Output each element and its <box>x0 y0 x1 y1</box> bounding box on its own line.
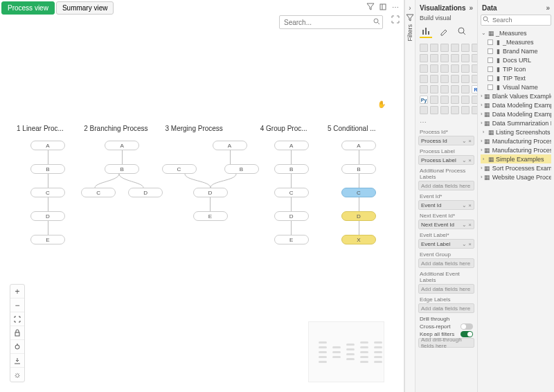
process-node[interactable]: B <box>105 164 139 174</box>
analytics-button[interactable] <box>456 26 468 38</box>
table-row[interactable]: ›▦Data Modeling Example - Events <box>481 100 551 109</box>
chevron-down-icon[interactable]: ⌄ <box>462 202 467 208</box>
data-search-input[interactable] <box>481 15 551 26</box>
checkbox[interactable] <box>488 84 493 90</box>
more-visuals-icon[interactable]: ⋯ <box>418 116 474 127</box>
checkbox[interactable] <box>488 57 493 63</box>
viz-type-icon[interactable] <box>461 75 470 83</box>
field-row[interactable]: ▮TIP Icon <box>481 64 551 73</box>
viz-type-icon[interactable] <box>472 54 478 62</box>
process-node[interactable]: C <box>30 188 65 197</box>
fit-button[interactable] <box>10 312 24 326</box>
zoom-out-button[interactable]: − <box>10 299 24 312</box>
viz-type-icon[interactable] <box>451 54 459 62</box>
viz-type-icon[interactable] <box>430 85 438 93</box>
process-node[interactable]: C <box>274 188 309 197</box>
chevron-right-icon[interactable]: › <box>481 129 486 135</box>
keep-filters-toggle[interactable] <box>461 331 473 337</box>
viz-type-icon[interactable] <box>440 54 449 62</box>
field-well-addl-process-labels[interactable]: Add data fields here <box>418 181 474 190</box>
field-well-edge-labels[interactable]: Add data fields here <box>418 303 474 313</box>
viz-type-icon[interactable] <box>461 64 470 73</box>
chevron-right-icon[interactable]: › <box>481 165 483 171</box>
process-node[interactable]: D <box>193 188 228 197</box>
viz-type-icon[interactable] <box>461 44 470 52</box>
build-visual-button[interactable] <box>420 26 432 38</box>
field-well-process-id[interactable]: Process Id⌄× <box>418 136 474 145</box>
chevron-right-icon[interactable]: › <box>481 174 483 180</box>
report-canvas[interactable]: Process view Summary view ⋯ ✋ 1 Linear P… <box>0 0 404 392</box>
search-input[interactable] <box>279 15 383 29</box>
chevron-down-icon[interactable]: ⌄ <box>462 241 467 247</box>
field-well-event-label[interactable]: Event Label⌄× <box>418 239 474 249</box>
process-node[interactable]: D <box>30 211 65 221</box>
field-well-process-label[interactable]: Process Label⌄× <box>418 155 474 165</box>
viz-type-icon[interactable] <box>451 106 459 114</box>
viz-type-icon[interactable] <box>461 54 470 62</box>
checkbox[interactable] <box>488 75 493 81</box>
table-row[interactable]: ›▦Sort Processes Example <box>481 163 551 172</box>
field-well-event-id[interactable]: Event Id⌄× <box>418 200 474 210</box>
viz-type-icon[interactable] <box>472 75 478 83</box>
process-node[interactable]: C <box>162 164 197 174</box>
process-node[interactable]: D <box>128 188 163 197</box>
field-row[interactable]: ▮Visual Name <box>481 82 551 91</box>
viz-type-icon[interactable] <box>451 44 459 52</box>
viz-type-icon[interactable] <box>440 64 449 73</box>
reset-button[interactable] <box>10 340 24 354</box>
minimap[interactable] <box>308 321 384 382</box>
chevron-right-icon[interactable]: › <box>481 102 483 108</box>
format-visual-button[interactable] <box>438 26 450 38</box>
process-node[interactable]: D <box>341 211 376 221</box>
chevron-right-icon[interactable]: › <box>481 120 483 126</box>
viz-type-r-icon[interactable]: R <box>472 85 478 93</box>
filters-pane-collapsed[interactable]: › Filters <box>404 0 416 392</box>
more-options-icon[interactable]: ⋯ <box>391 3 400 11</box>
focus-mode-icon[interactable] <box>379 3 387 11</box>
checkbox[interactable] <box>488 48 493 54</box>
chevron-right-icon[interactable]: › <box>481 147 483 153</box>
table-row[interactable]: ›▦Data Modeling Example - Proces... <box>481 109 551 118</box>
viz-type-icon[interactable] <box>420 44 428 52</box>
checkbox[interactable] <box>488 39 493 45</box>
viz-type-icon[interactable] <box>440 44 449 52</box>
chevron-right-icon[interactable]: › <box>481 156 486 162</box>
viz-type-icon[interactable] <box>461 96 470 104</box>
viz-type-icon[interactable] <box>472 44 478 52</box>
process-node[interactable]: C <box>341 188 376 197</box>
table-row[interactable]: ›▦Listing Screenshots <box>481 127 551 136</box>
remove-icon[interactable]: × <box>468 241 472 247</box>
cross-report-toggle[interactable] <box>461 323 473 330</box>
field-row[interactable]: ▮Docs URL <box>481 55 551 64</box>
field-well-event-group[interactable]: Add data fields here <box>418 258 474 268</box>
viz-type-icon[interactable] <box>451 96 459 104</box>
viz-type-icon[interactable] <box>451 64 459 73</box>
chevron-down-icon[interactable]: ⌄ <box>481 30 486 36</box>
viz-type-icon[interactable] <box>420 64 428 73</box>
zoom-in-button[interactable]: + <box>10 285 24 299</box>
viz-type-icon[interactable] <box>440 106 449 114</box>
process-node[interactable]: E <box>30 235 65 244</box>
process-node[interactable]: B <box>30 164 65 174</box>
process-node[interactable]: B <box>341 164 376 174</box>
field-row[interactable]: ▮TIP Text <box>481 73 551 82</box>
table-row[interactable]: ›▦Manufacturing Process Header <box>481 145 551 154</box>
expand-icon[interactable] <box>391 15 400 25</box>
table-row[interactable]: ›▦Website Usage Process <box>481 172 551 181</box>
process-node[interactable]: A <box>30 141 65 150</box>
process-node[interactable]: A <box>105 141 139 150</box>
remove-icon[interactable]: × <box>468 157 472 163</box>
viz-type-icon[interactable] <box>420 106 428 114</box>
viz-type-icon[interactable] <box>430 75 438 83</box>
process-node[interactable]: B <box>274 164 309 174</box>
viz-type-icon[interactable] <box>461 85 470 93</box>
viz-type-icon[interactable] <box>430 44 438 52</box>
chevron-down-icon[interactable]: ⌄ <box>462 157 467 163</box>
process-node[interactable]: A <box>274 141 309 150</box>
viz-type-icon[interactable] <box>451 75 459 83</box>
chevron-right-icon[interactable]: » <box>546 4 550 12</box>
chevron-right-icon[interactable]: › <box>481 93 483 99</box>
viz-type-icon[interactable] <box>451 85 459 93</box>
checkbox[interactable] <box>488 66 493 72</box>
remove-icon[interactable]: × <box>468 138 472 144</box>
